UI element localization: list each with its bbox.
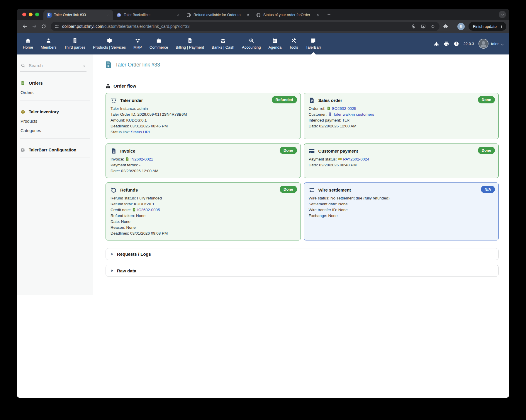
card-field: Amount: KUDOS:0.1 — [111, 117, 296, 123]
menu-item-label: TalerBarr — [306, 45, 321, 49]
print-icon[interactable] — [444, 41, 449, 47]
card-field: Exchange: None — [309, 213, 494, 219]
menu-item-billing-payment[interactable]: $Billing | Payment — [172, 33, 208, 54]
menu-item-home[interactable]: Home — [19, 33, 37, 54]
sidebar-section-talerbarr-configuration[interactable]: TalerBarr Configuration — [17, 148, 93, 152]
banks-icon — [220, 38, 226, 43]
accordion-caret-icon — [111, 269, 114, 272]
browser-tab-taler-order-link-33[interactable]: DTaler Order link #33 — [43, 10, 113, 20]
menu-item-mrp[interactable]: MRP — [130, 33, 146, 54]
browser-tab-taler-backoffice[interactable]: Taler Backoffice: — [113, 10, 183, 20]
forward-button[interactable] — [30, 22, 39, 31]
menu-item-label: Products | Services — [93, 45, 126, 49]
card-field: Taler Instance: admin — [111, 106, 296, 112]
new-tab-button[interactable] — [325, 11, 333, 19]
url-text: dolibarr.potuzhnyi.com/custom/talerbarr/… — [62, 24, 190, 29]
accordion-raw-data[interactable]: Raw data — [106, 265, 499, 277]
username-label[interactable]: taler — [491, 42, 499, 46]
menu-item-tools[interactable]: Tools — [285, 33, 302, 54]
taler-favicon — [116, 13, 121, 18]
screenshot-stage: DTaler Order link #33Taler Backoffice:Re… — [0, 0, 526, 420]
globe-icon — [186, 13, 191, 18]
tab-search-button[interactable] — [499, 11, 506, 18]
mic-off-icon[interactable] — [411, 24, 416, 29]
toolbar-right: B Finish update — [441, 22, 506, 31]
back-button[interactable] — [20, 22, 30, 31]
menu-item-label: Accounting — [242, 45, 261, 49]
sidebar-search — [20, 62, 86, 72]
card-link-ic2602-0005[interactable]: IC2602-0005 — [137, 208, 160, 212]
exchange-icon — [309, 187, 315, 193]
menu-item-products-services[interactable]: Products | Services — [89, 33, 130, 54]
card-field: Reason: None — [111, 225, 296, 231]
tab-close-icon[interactable] — [246, 13, 250, 17]
site-settings-icon[interactable] — [54, 24, 59, 29]
profile-avatar[interactable]: B — [457, 23, 465, 30]
svg-text:?: ? — [455, 42, 457, 45]
browser-tab-refund-available-for-order-to[interactable]: Refund available for Order to — [183, 10, 253, 20]
zoom-window-button[interactable] — [35, 13, 39, 16]
menu-item-accounting[interactable]: $Accounting — [238, 33, 264, 54]
card-field: Payment status: PAY2602-0024 — [309, 156, 494, 162]
user-avatar[interactable] — [479, 39, 488, 49]
help-icon[interactable]: ? — [454, 41, 459, 47]
main-menu: HomeMembersThird partiesProducts | Servi… — [17, 33, 509, 54]
status-badge: Done — [478, 147, 495, 154]
card-link-status-url[interactable]: Status URL — [131, 130, 151, 134]
user-menu-chevron-icon[interactable] — [501, 42, 504, 45]
minimize-window-button[interactable] — [29, 13, 33, 16]
address-bar[interactable]: dolibarr.potuzhnyi.com/custom/talerbarr/… — [51, 22, 440, 31]
status-badge: Done — [280, 186, 297, 193]
tab-title: Refund available for Order to — [194, 13, 243, 17]
install-icon[interactable] — [421, 24, 426, 29]
search-input[interactable] — [28, 63, 80, 68]
globe-icon — [256, 13, 261, 18]
menu-item-label: MRP — [133, 45, 142, 49]
extensions-icon[interactable] — [443, 24, 448, 29]
card-link-pay2602-0024[interactable]: PAY2602-0024 — [343, 157, 369, 161]
tab-close-icon[interactable] — [106, 13, 111, 17]
money-card-icon — [338, 157, 342, 161]
search-dropdown-icon[interactable] — [82, 64, 86, 67]
svg-text:$: $ — [127, 159, 128, 161]
card-title: Invoice — [120, 148, 135, 153]
card-link-taler-walk-in-customers[interactable]: Taler walk-in customers — [333, 112, 374, 117]
menu-item-label: Tools — [289, 45, 298, 49]
credit-note-icon — [132, 208, 136, 212]
tab-close-icon[interactable] — [315, 13, 320, 17]
accordion-label: Requests / Logs — [117, 252, 151, 257]
sidebar-section-orders[interactable]: Orders — [17, 81, 93, 86]
sidebar-sections: OrdersOrdersTaler InventoryProductsCateg… — [17, 81, 93, 158]
menu-item-third-parties[interactable]: Third parties — [60, 33, 89, 54]
menu-item-banks-cash[interactable]: Banks | Cash — [208, 33, 238, 54]
sidebar-section-taler-inventory[interactable]: Taler Inventory — [17, 110, 93, 114]
browser-tab-status-of-your-order-fororder[interactable]: Status of your order forOrder — [253, 10, 323, 20]
card-field: Invoice: $IN2602-0021 — [111, 156, 296, 162]
talerbarr-icon — [310, 38, 316, 43]
close-window-button[interactable] — [22, 13, 26, 16]
card-field: Date: 02/28/2026 12:00 AM — [309, 123, 494, 129]
accordion-requests-logs[interactable]: Requests / Logs — [106, 248, 499, 260]
card-link-in2602-0021[interactable]: IN2602-0021 — [130, 157, 153, 161]
card-header: Invoice — [111, 148, 296, 154]
menu-item-commerce[interactable]: Commerce — [146, 33, 172, 54]
menu-item-talerbarr[interactable]: TalerBarr — [302, 33, 325, 54]
sidebar-link-products[interactable]: Products — [17, 119, 93, 124]
sidebar-divider — [20, 138, 90, 139]
card-link-so2602-0025[interactable]: SO2602-0025 — [332, 106, 356, 111]
bug-icon[interactable] — [434, 41, 439, 47]
menu-item-agenda[interactable]: Agenda — [264, 33, 285, 54]
menu-item-members[interactable]: Members — [37, 33, 60, 54]
order-flow-heading: Order flow — [106, 83, 499, 89]
tab-close-icon[interactable] — [176, 13, 181, 17]
accordion-group: Requests / LogsRaw data — [106, 248, 499, 277]
browser-menu-icon[interactable] — [499, 24, 503, 28]
reload-button[interactable] — [39, 22, 48, 31]
flow-card-wire-settlement: Wire settlementN/AWire status: No settle… — [304, 182, 499, 240]
bookmark-star-icon[interactable] — [430, 24, 435, 29]
menu-item-label: Commerce — [150, 45, 168, 49]
sidebar-link-orders[interactable]: Orders — [17, 90, 93, 95]
sidebar-link-categories[interactable]: Categories — [17, 128, 93, 133]
card-header: Taler order — [111, 97, 296, 103]
finish-update-button[interactable]: Finish update — [469, 22, 506, 31]
